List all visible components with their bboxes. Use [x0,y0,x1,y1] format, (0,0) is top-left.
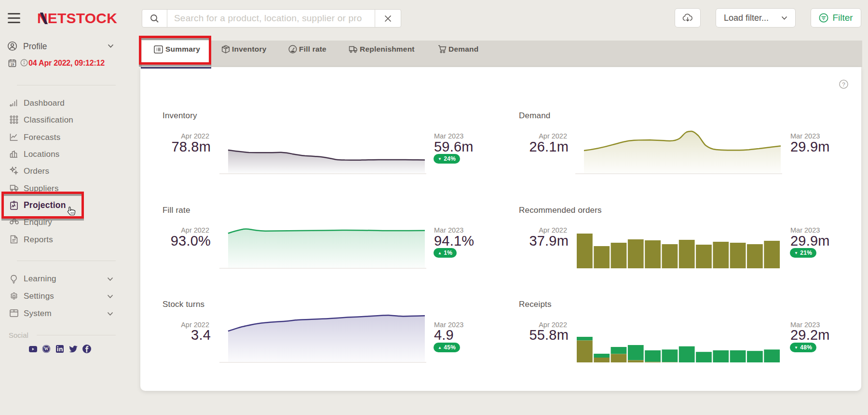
svg-text:W: W [44,346,49,351]
svg-text:?: ? [842,82,845,87]
svg-text:19: 19 [11,63,14,66]
